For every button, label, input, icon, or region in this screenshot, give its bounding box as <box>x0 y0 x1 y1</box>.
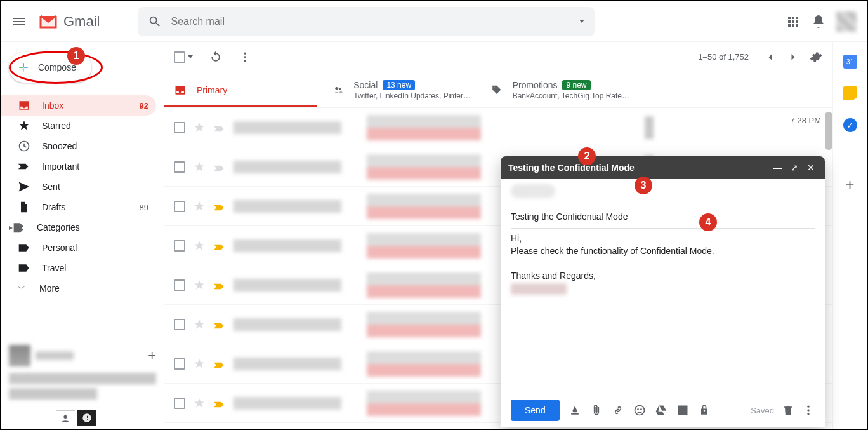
star-icon[interactable] <box>193 318 206 331</box>
select-all-checkbox[interactable] <box>174 51 193 63</box>
menu-icon[interactable] <box>11 14 27 29</box>
label-icon <box>18 241 30 254</box>
formatting-icon[interactable] <box>569 404 581 417</box>
nav-important[interactable]: Important <box>1 156 156 177</box>
minimize-icon[interactable]: — <box>772 161 784 174</box>
scrollbar[interactable] <box>825 112 832 150</box>
link-icon[interactable] <box>612 404 624 417</box>
star-icon[interactable] <box>193 121 206 134</box>
search-icon <box>148 15 162 29</box>
add-on-plus-icon[interactable]: + <box>845 176 854 194</box>
mail-preview <box>367 115 481 140</box>
recipient-chip[interactable] <box>511 184 555 198</box>
mail-sender <box>233 200 341 213</box>
refresh-icon[interactable] <box>209 51 222 64</box>
hangouts-contact[interactable] <box>9 388 97 400</box>
nav-drafts[interactable]: Drafts 89 <box>1 197 156 217</box>
prev-page-icon[interactable] <box>764 51 777 64</box>
next-page-icon[interactable] <box>787 51 799 64</box>
row-checkbox[interactable] <box>174 122 185 133</box>
nav-personal[interactable]: Personal <box>1 238 156 258</box>
star-icon[interactable] <box>193 358 206 370</box>
divider <box>843 154 858 154</box>
importance-icon[interactable] <box>213 281 226 289</box>
nav-categories[interactable]: ▸ Categories <box>1 217 156 238</box>
search-input[interactable] <box>171 16 579 27</box>
star-icon[interactable] <box>193 279 206 292</box>
row-checkbox[interactable] <box>174 398 185 409</box>
fullscreen-icon[interactable]: ⤢ <box>788 161 801 174</box>
row-checkbox[interactable] <box>174 319 185 330</box>
mail-row[interactable]: 7:28 PM <box>164 108 832 147</box>
importance-icon[interactable] <box>213 400 226 407</box>
importance-icon[interactable] <box>213 360 226 368</box>
nav-sent[interactable]: Sent <box>1 177 156 197</box>
compose-subject-field[interactable]: Testing the Confidential Mode <box>501 205 825 228</box>
insert-photo-icon[interactable] <box>676 404 689 417</box>
notifications-icon[interactable] <box>811 14 826 29</box>
star-icon[interactable] <box>193 200 206 213</box>
row-checkbox[interactable] <box>174 358 185 370</box>
tab-primary[interactable]: Primary <box>164 72 322 107</box>
star-icon[interactable] <box>193 161 206 173</box>
tab-social[interactable]: Social 13 new Twitter, LinkedIn Updates,… <box>322 72 481 107</box>
row-checkbox[interactable] <box>174 240 185 252</box>
send-button[interactable]: Send <box>511 400 560 421</box>
inbox-icon <box>18 99 30 112</box>
hangouts-chat-icon[interactable] <box>77 410 96 426</box>
row-checkbox[interactable] <box>174 279 185 291</box>
keep-icon[interactable] <box>843 86 857 100</box>
categories-icon <box>13 221 25 234</box>
search-bar[interactable] <box>138 7 595 36</box>
star-icon <box>18 119 30 132</box>
confidential-mode-icon[interactable] <box>698 404 711 417</box>
primary-icon <box>174 84 187 97</box>
nav-snoozed[interactable]: Snoozed <box>1 136 156 156</box>
svg-point-2 <box>244 52 246 54</box>
importance-icon[interactable] <box>213 321 226 328</box>
annotation-marker-1: 1 <box>67 47 85 65</box>
settings-icon[interactable] <box>810 51 822 64</box>
row-checkbox[interactable] <box>174 161 185 173</box>
emoji-icon[interactable] <box>633 404 646 417</box>
hangouts-name <box>36 351 74 360</box>
importance-icon[interactable] <box>213 163 226 171</box>
nav-travel[interactable]: Travel <box>1 258 156 278</box>
close-icon[interactable]: ✕ <box>805 161 817 174</box>
more-options-icon[interactable] <box>802 404 815 417</box>
star-icon[interactable] <box>193 239 206 252</box>
compose-body[interactable]: Hi, Please check the functionality of Co… <box>501 229 825 394</box>
row-checkbox[interactable] <box>174 201 185 212</box>
attach-icon[interactable] <box>590 404 603 417</box>
mail-time: 7:28 PM <box>791 116 821 125</box>
apps-icon[interactable] <box>786 14 801 29</box>
drive-icon[interactable] <box>655 404 667 417</box>
account-avatar[interactable] <box>836 11 857 32</box>
toolbar: 1–50 of 1,752 <box>164 42 832 72</box>
search-options-dropdown-icon[interactable] <box>579 20 584 23</box>
hangouts-contact[interactable] <box>9 373 156 384</box>
sidebar: Compose Inbox 92 Starred Snoozed Importa… <box>1 42 164 429</box>
hangouts-people-icon[interactable] <box>56 410 75 426</box>
tasks-icon[interactable]: ✓ <box>843 118 857 132</box>
calendar-icon[interactable]: 31 <box>843 55 857 69</box>
mail-preview <box>367 312 481 337</box>
hangouts-avatar[interactable] <box>9 345 30 366</box>
gmail-logo[interactable]: Gmail <box>37 10 100 33</box>
mail-sender <box>233 358 341 370</box>
nav-starred[interactable]: Starred <box>1 116 156 136</box>
compose-to-field[interactable] <box>501 179 825 205</box>
more-icon[interactable] <box>239 51 251 64</box>
importance-icon[interactable] <box>213 242 226 250</box>
nav-more[interactable]: ﹀ More <box>1 278 156 299</box>
importance-icon[interactable] <box>213 203 226 210</box>
new-hangout-button[interactable]: + <box>148 347 156 364</box>
mail-preview <box>367 154 481 180</box>
discard-icon[interactable] <box>782 404 794 417</box>
svg-point-6 <box>339 88 341 90</box>
importance-icon[interactable] <box>213 124 226 131</box>
tab-promotions[interactable]: Promotions 9 new BankAccount, TechGig To… <box>481 72 640 107</box>
signature-name <box>511 283 567 295</box>
nav-inbox[interactable]: Inbox 92 <box>1 95 156 116</box>
star-icon[interactable] <box>193 397 206 410</box>
